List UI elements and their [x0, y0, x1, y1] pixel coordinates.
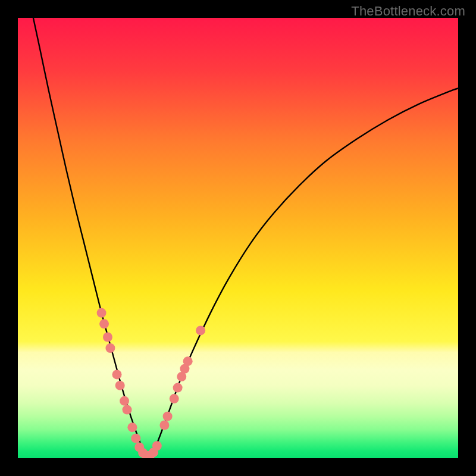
data-marker [127, 422, 137, 432]
data-marker [131, 434, 140, 443]
curve-layer [18, 18, 458, 458]
data-marker [97, 308, 107, 318]
data-marker [105, 343, 115, 353]
plot-area [18, 18, 458, 458]
data-marker [173, 383, 183, 393]
data-marker [183, 356, 193, 366]
data-marker [120, 396, 129, 406]
data-marker [170, 394, 179, 403]
marker-group [97, 308, 206, 458]
bottleneck-curve [33, 18, 458, 456]
data-marker [196, 325, 205, 335]
data-marker [123, 405, 132, 415]
data-marker [112, 369, 122, 379]
chart-stage: TheBottleneck.com [0, 0, 476, 476]
data-marker [163, 412, 173, 421]
data-marker [115, 381, 125, 390]
data-marker [99, 319, 109, 328]
watermark-text: TheBottleneck.com [351, 4, 465, 19]
data-marker [152, 441, 162, 450]
data-marker [103, 333, 112, 342]
data-marker [159, 421, 169, 430]
